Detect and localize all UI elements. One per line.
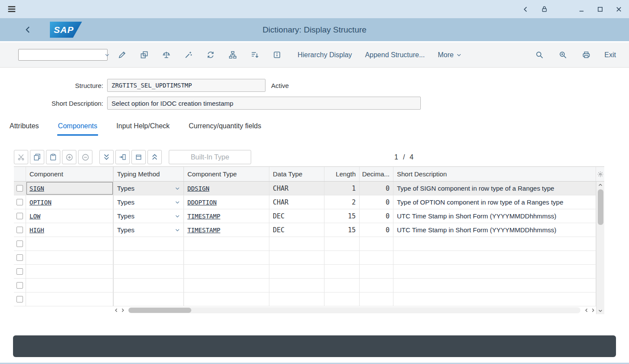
header-component-type[interactable]: Component Type [184,167,269,181]
table-row[interactable]: LOW Types TIMESTAMP DEC 15 0 UTC Time St… [14,209,596,223]
more-button[interactable]: More [438,51,461,59]
row-checkbox[interactable] [16,240,23,247]
component-type-link[interactable]: TIMESTAMP [187,227,220,234]
refresh-check-button[interactable] [203,47,218,63]
chevron-down-icon[interactable] [175,214,180,219]
tab-components[interactable]: Components [57,118,98,136]
chevron-down-icon[interactable] [175,200,180,205]
row-checkbox[interactable] [16,199,23,205]
hierarchy-display-button[interactable]: Hierarchy Display [298,51,352,59]
tree-sort-button[interactable] [247,47,262,63]
display-change-button[interactable] [136,47,152,63]
lock-icon[interactable] [541,6,548,13]
select-block-button[interactable] [131,150,146,164]
close-icon[interactable] [616,6,622,13]
typing-method-dropdown[interactable]: Types [113,223,184,237]
search-plus-button[interactable] [555,47,570,63]
built-in-type-label: Built-In Type [191,153,229,161]
component-type-link[interactable]: DDSIGN [187,185,210,192]
double-chevron-up-button[interactable] [147,150,162,164]
header-select-all[interactable] [14,167,26,181]
table-row[interactable]: SIGN Types DDSIGN CHAR 1 0 Type of SIGN … [14,182,596,195]
command-field[interactable] [18,49,108,61]
components-table: Component Typing Method Component Type D… [14,166,604,314]
append-structure-button[interactable]: Append Structure... [365,51,425,59]
add-row-icon [66,153,73,161]
table-settings-button[interactable] [596,167,604,181]
double-chevron-down-button[interactable] [99,150,114,164]
scroll-right-icon[interactable] [590,308,596,312]
tab-input-help-check[interactable]: Input Help/Check [115,118,170,136]
tab-currency-quantity-fields[interactable]: Currency/quantity fields [188,118,262,136]
component-link[interactable]: SIGN [29,185,44,192]
table-row-empty[interactable] [14,265,596,279]
insert-row-button[interactable] [115,150,130,164]
horizontal-scroll-thumb[interactable] [128,308,191,313]
chevron-down-icon[interactable] [102,52,112,58]
typing-method-dropdown[interactable]: Types [113,182,184,195]
header-data-type[interactable]: Data Type [269,167,324,181]
activate-wand-button[interactable] [180,47,196,63]
chevron-down-icon[interactable] [175,186,180,191]
hierarchy-button[interactable] [225,47,240,63]
short-description-cell: Type of OPTION component in row type of … [393,195,596,209]
copy-button[interactable] [30,150,44,164]
back-icon[interactable] [24,26,32,33]
balance-button[interactable] [158,47,174,63]
information-button[interactable] [269,47,285,63]
remove-row-button[interactable] [78,150,92,164]
search-button[interactable] [531,47,547,63]
header-decimals[interactable]: Decima... [360,167,393,181]
horizontal-scroll-track[interactable] [128,307,580,313]
header-typing-method[interactable]: Typing Method [113,167,184,181]
header-short-description[interactable]: Short Description [393,167,596,181]
minimize-icon[interactable] [578,6,585,13]
short-description-field[interactable]: Select option for IDOC creation timestam… [107,97,421,110]
cut-button[interactable] [14,150,28,164]
row-checkbox[interactable] [16,296,23,302]
maximize-icon[interactable] [597,6,603,13]
chevron-left-icon[interactable] [522,6,529,13]
component-link[interactable]: HIGH [29,227,44,234]
row-checkbox[interactable] [16,185,23,192]
table-row-empty[interactable] [14,251,596,265]
row-checkbox[interactable] [16,227,23,233]
add-row-button[interactable] [62,150,76,164]
short-description-label: Short Description: [14,100,103,107]
scroll-down-icon[interactable] [596,307,604,314]
paste-button[interactable] [46,150,60,164]
structure-field[interactable]: ZRGTITS_SEL_UPDTIMSTMP [107,79,265,92]
table-row[interactable]: HIGH Types TIMESTAMP DEC 15 0 UTC Time S… [14,223,596,237]
length-cell: 15 [324,223,360,237]
typing-method-dropdown[interactable]: Types [113,209,184,223]
print-button[interactable] [578,47,594,63]
row-checkbox[interactable] [16,213,23,219]
vertical-scroll-thumb[interactable] [598,189,603,225]
table-row-empty[interactable] [14,279,596,292]
component-link[interactable]: LOW [29,213,40,220]
component-type-link[interactable]: TIMESTAMP [187,213,220,220]
tab-attributes[interactable]: Attributes [9,118,40,136]
row-checkbox[interactable] [16,268,23,275]
scroll-left-icon[interactable] [583,308,590,312]
row-checkbox[interactable] [16,282,23,289]
header-length[interactable]: Length [324,167,360,181]
component-link[interactable]: OPTION [29,199,52,206]
chevron-down-icon[interactable] [175,228,180,233]
scroll-up-icon[interactable] [596,182,604,188]
edit-button[interactable] [114,47,130,63]
table-row-empty[interactable] [14,237,596,251]
scroll-right-icon[interactable] [119,308,126,312]
typing-method-dropdown[interactable]: Types [113,195,184,209]
header-component[interactable]: Component [26,167,113,181]
command-input[interactable] [19,49,102,60]
menu-icon[interactable] [7,4,16,14]
activate-wand-icon [184,51,193,59]
scroll-left-icon[interactable] [113,308,119,312]
row-checkbox[interactable] [16,254,23,261]
built-in-type-button[interactable]: Built-In Type [169,150,251,164]
exit-button[interactable]: Exit [604,51,616,59]
table-row-empty[interactable] [14,292,596,306]
component-type-link[interactable]: DDOPTION [187,199,216,206]
table-row[interactable]: OPTION Types DDOPTION CHAR 2 0 Type of O… [14,195,596,209]
